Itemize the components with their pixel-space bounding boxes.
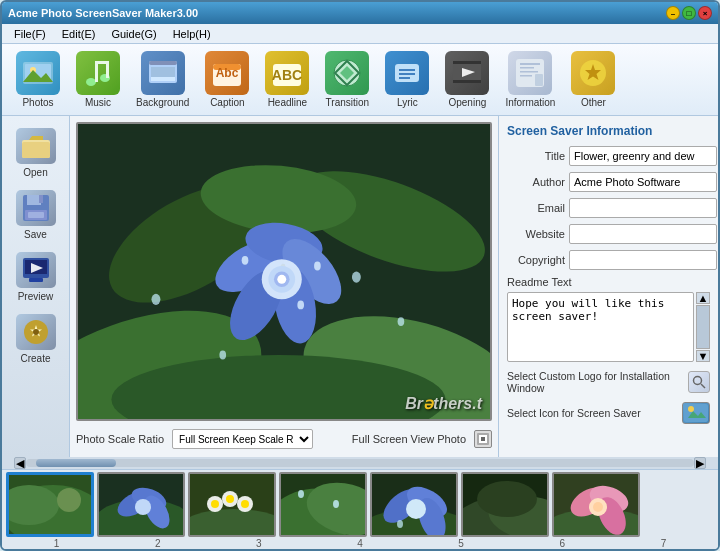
title-field-row: Title [507,146,710,166]
preview-button[interactable]: Preview [8,248,64,306]
preview-area: Brəthers.t [76,122,492,421]
toolbar-opening[interactable]: Opening [439,48,495,111]
toolbar-lyric[interactable]: Lyric [379,48,435,111]
email-input[interactable] [569,198,717,218]
svg-point-50 [33,329,39,335]
photo-scale-bar: Photo Scale Ratio Full Screen Keep Scale… [76,427,492,451]
scroll-left-button[interactable]: ◀ [14,457,26,469]
toolbar-information[interactable]: Information [499,48,561,111]
toolbar-transition[interactable]: Transition [319,48,375,111]
svg-rect-35 [535,74,543,86]
minimize-button[interactable]: – [666,6,680,20]
author-input[interactable] [569,172,717,192]
main-area: Open Save Preview Create [2,116,718,457]
toolbar-caption[interactable]: Abc Caption [199,48,255,111]
close-button[interactable]: × [698,6,712,20]
toolbar-other[interactable]: Other [565,48,621,111]
readme-scroll-up[interactable]: ▲ [696,292,710,304]
readme-scroll-down[interactable]: ▼ [696,350,710,362]
toolbar-headline[interactable]: ABC Headline [259,48,315,111]
film-number-5: 5 [411,538,512,549]
save-button[interactable]: Save [8,186,64,244]
window-title: Acme Photo ScreenSaver Maker3.00 [8,7,660,19]
svg-point-99 [241,500,249,508]
preview-icon [16,252,56,288]
toolbar-music[interactable]: Music [70,48,126,111]
opening-icon [445,51,489,95]
svg-line-78 [701,384,705,388]
menu-file[interactable]: File(F) [6,26,54,42]
filmstrip-scroll[interactable] [2,470,718,538]
photo-scale-select[interactable]: Full Screen Keep Scale R [172,429,313,449]
transition-label: Transition [326,97,370,108]
svg-point-104 [333,500,339,508]
information-icon [508,51,552,95]
create-label: Create [20,353,50,364]
svg-point-93 [190,509,276,537]
other-label: Other [581,97,606,108]
custom-logo-label: Select Custom Logo for Installation Wind… [507,370,684,394]
copyright-field-row: Copyright [507,250,710,270]
svg-point-59 [398,317,405,326]
svg-point-110 [406,499,426,519]
svg-point-77 [694,377,702,385]
photos-label: Photos [22,97,53,108]
svg-rect-31 [520,63,540,65]
svg-text:Abc: Abc [216,66,239,80]
website-field-row: Website [507,224,710,244]
svg-rect-32 [520,67,534,69]
filmstrip-thumb-2[interactable] [97,472,185,537]
email-label: Email [507,202,565,214]
title-input[interactable] [569,146,717,166]
svg-rect-44 [28,212,44,218]
menu-help[interactable]: Help(H) [165,26,219,42]
toolbar-photos[interactable]: Photos [10,48,66,111]
svg-point-103 [298,490,304,498]
scrollbar-track[interactable] [26,459,694,467]
background-label: Background [136,97,189,108]
svg-point-98 [226,495,234,503]
svg-point-72 [314,261,321,270]
create-icon [16,314,56,350]
custom-logo-search-icon[interactable] [688,371,710,393]
website-input[interactable] [569,224,717,244]
svg-point-97 [211,500,219,508]
filmstrip-thumb-4[interactable] [279,472,367,537]
svg-rect-6 [95,61,98,82]
photos-icon [16,51,60,95]
film-number-7: 7 [613,538,714,549]
filmstrip-thumb-5[interactable] [370,472,458,537]
scrollbar-thumb[interactable] [36,459,116,467]
scroll-right-button[interactable]: ▶ [694,457,706,469]
filmstrip-thumb-7[interactable] [552,472,640,537]
right-panel: Screen Saver Information Title Author Em… [498,116,718,457]
photo-scale-label: Photo Scale Ratio [76,433,164,445]
full-screen-icon[interactable] [474,430,492,448]
copyright-input[interactable] [569,250,717,270]
toolbar-background[interactable]: Background [130,48,195,111]
menu-edit[interactable]: Edit(E) [54,26,104,42]
film-number-3: 3 [208,538,309,549]
menu-guide[interactable]: Guide(G) [103,26,164,42]
filmstrip-thumb-1[interactable] [6,472,94,537]
readme-textarea[interactable]: Hope you will like this screen saver! [507,292,694,362]
caption-label: Caption [210,97,244,108]
music-label: Music [85,97,111,108]
lyric-label: Lyric [397,97,418,108]
svg-point-111 [397,520,403,528]
svg-rect-13 [151,67,175,77]
svg-point-81 [688,406,694,412]
open-button[interactable]: Open [8,124,64,182]
main-window: Acme Photo ScreenSaver Maker3.00 – □ × F… [0,0,720,551]
watermark: Brəthers.t [405,394,482,413]
create-button[interactable]: Create [8,310,64,368]
svg-rect-41 [27,195,41,205]
filmstrip-thumb-6[interactable] [461,472,549,537]
svg-rect-9 [106,61,109,78]
custom-icon-image[interactable] [682,402,710,424]
filmstrip-thumb-3[interactable] [188,472,276,537]
maximize-button[interactable]: □ [682,6,696,20]
svg-rect-42 [39,195,43,203]
headline-label: Headline [268,97,307,108]
filmstrip: 1 2 3 4 5 6 7 [2,469,718,549]
